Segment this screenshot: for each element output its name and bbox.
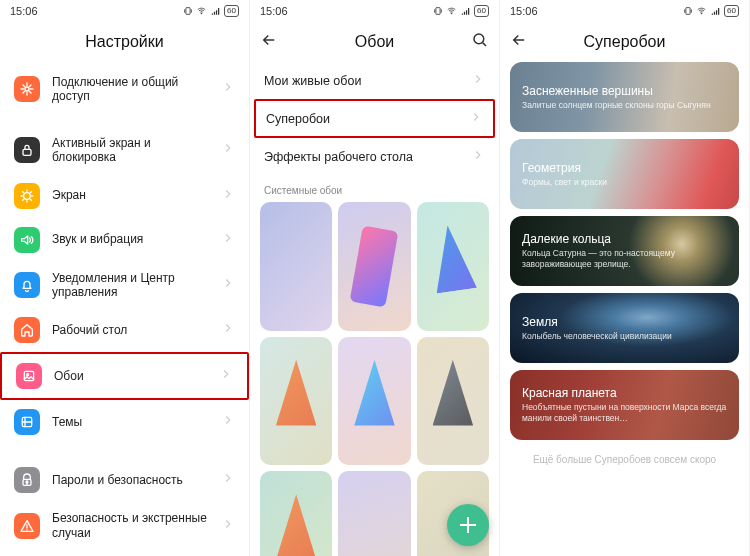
settings-item-lock[interactable]: Активный экран и блокировка bbox=[0, 127, 249, 174]
settings-item-label: Уведомления и Центр управления bbox=[52, 271, 209, 300]
more-soon-label: Ещё больше Суперобоев совсем скоро bbox=[500, 440, 749, 479]
wifi-icon bbox=[196, 6, 207, 16]
chevron-right-icon bbox=[469, 110, 483, 127]
wifi-icon bbox=[446, 6, 457, 16]
svg-point-4 bbox=[24, 192, 31, 199]
svg-point-12 bbox=[474, 34, 484, 44]
display-icon bbox=[14, 183, 40, 209]
connect-icon bbox=[14, 76, 40, 102]
vibrate-icon bbox=[433, 6, 443, 16]
settings-item-emergency[interactable]: Безопасность и экстренные случаи bbox=[0, 502, 249, 549]
superwallpaper-card[interactable]: Заснеженные вершиныЗалитые солнцем горны… bbox=[510, 62, 739, 132]
chevron-right-icon bbox=[219, 367, 233, 385]
card-subtitle: Кольца Сатурна — это по-настоящему завор… bbox=[522, 248, 727, 269]
signal-icon bbox=[210, 6, 221, 16]
wallpaper-category[interactable]: Мои живые обои bbox=[250, 62, 499, 99]
superwallpaper-card[interactable]: Далекие кольцаКольца Сатурна — это по-на… bbox=[510, 216, 739, 286]
svg-point-6 bbox=[27, 374, 29, 376]
wallpaper-thumb[interactable] bbox=[260, 471, 332, 556]
category-label: Суперобои bbox=[266, 112, 330, 126]
settings-item-label: Безопасность и экстренные случаи bbox=[52, 511, 209, 540]
status-time: 15:06 bbox=[510, 5, 538, 17]
settings-item-label: Обои bbox=[54, 369, 207, 383]
vibrate-icon bbox=[183, 6, 193, 16]
settings-item-connect[interactable]: Подключение и общий доступ bbox=[0, 66, 249, 113]
signal-icon bbox=[460, 6, 471, 16]
svg-rect-10 bbox=[436, 8, 440, 15]
status-bar: 15:06 60 bbox=[0, 0, 249, 22]
divider bbox=[0, 113, 249, 127]
svg-rect-0 bbox=[186, 8, 190, 15]
status-time: 15:06 bbox=[10, 5, 38, 17]
page-title: Настройки bbox=[85, 33, 163, 51]
arrow-left-icon bbox=[260, 31, 278, 49]
battery-icon: 60 bbox=[474, 5, 489, 17]
system-wallpapers-label: Системные обои bbox=[250, 175, 499, 202]
svg-point-2 bbox=[25, 87, 29, 91]
chevron-right-icon bbox=[221, 231, 235, 249]
settings-item-wallpaper[interactable]: Обои bbox=[0, 352, 249, 400]
chevron-right-icon bbox=[471, 72, 485, 89]
card-subtitle: Формы, свет и краски bbox=[522, 177, 727, 188]
sound-icon bbox=[14, 227, 40, 253]
wallpaper-thumb[interactable] bbox=[417, 337, 489, 466]
settings-item-label: Активный экран и блокировка bbox=[52, 136, 209, 165]
settings-list: Подключение и общий доступАктивный экран… bbox=[0, 62, 249, 553]
arrow-left-icon bbox=[510, 31, 528, 49]
settings-item-label: Подключение и общий доступ bbox=[52, 75, 209, 104]
chevron-right-icon bbox=[471, 148, 485, 165]
status-icons: 60 bbox=[683, 5, 739, 17]
settings-item-home[interactable]: Рабочий стол bbox=[0, 308, 249, 352]
card-subtitle: Залитые солнцем горные склоны горы Сыгун… bbox=[522, 100, 727, 111]
security-icon bbox=[14, 467, 40, 493]
settings-item-bell[interactable]: Уведомления и Центр управления bbox=[0, 262, 249, 309]
settings-screen: 15:06 60 Настройки Подключение и общий д… bbox=[0, 0, 250, 556]
signal-icon bbox=[710, 6, 721, 16]
back-button[interactable] bbox=[510, 31, 528, 53]
emergency-icon bbox=[14, 513, 40, 539]
status-bar: 15:06 60 bbox=[250, 0, 499, 22]
wallpaper-thumb[interactable] bbox=[260, 202, 332, 331]
status-icons: 60 bbox=[433, 5, 489, 17]
superwallpaper-card[interactable]: ЗемляКолыбель человеческой цивилизации bbox=[510, 293, 739, 363]
settings-item-security[interactable]: Пароли и безопасность bbox=[0, 458, 249, 502]
card-title: Красная планета bbox=[522, 386, 727, 400]
wallpaper-thumb[interactable] bbox=[338, 471, 410, 556]
card-subtitle: Колыбель человеческой цивилизации bbox=[522, 331, 727, 342]
superwallpapers-header: Суперобои bbox=[500, 22, 749, 62]
category-label: Эффекты рабочего стола bbox=[264, 150, 413, 164]
settings-item-label: Пароли и безопасность bbox=[52, 473, 209, 487]
wallpaper-category[interactable]: Эффекты рабочего стола bbox=[250, 138, 499, 175]
card-title: Заснеженные вершины bbox=[522, 84, 727, 98]
svg-point-14 bbox=[701, 13, 702, 14]
back-button[interactable] bbox=[260, 31, 278, 53]
bell-icon bbox=[14, 272, 40, 298]
category-label: Мои живые обои bbox=[264, 74, 361, 88]
wallpaper-thumb[interactable] bbox=[338, 202, 410, 331]
wallpaper-category[interactable]: Суперобои bbox=[254, 99, 495, 138]
svg-rect-3 bbox=[23, 150, 31, 156]
wallpaper-thumb[interactable] bbox=[260, 337, 332, 466]
superwallpaper-card[interactable]: ГеометрияФормы, свет и краски bbox=[510, 139, 739, 209]
search-button[interactable] bbox=[471, 31, 489, 53]
wifi-icon bbox=[696, 6, 707, 16]
settings-item-display[interactable]: Экран bbox=[0, 174, 249, 218]
card-title: Геометрия bbox=[522, 161, 727, 175]
settings-item-sound[interactable]: Звук и вибрация bbox=[0, 218, 249, 262]
settings-item-label: Звук и вибрация bbox=[52, 232, 209, 246]
add-fab[interactable] bbox=[447, 504, 489, 546]
chevron-right-icon bbox=[221, 276, 235, 294]
wallpaper-thumb[interactable] bbox=[338, 337, 410, 466]
settings-item-themes[interactable]: Темы bbox=[0, 400, 249, 444]
chevron-right-icon bbox=[221, 517, 235, 535]
themes-icon bbox=[14, 409, 40, 435]
divider bbox=[0, 444, 249, 458]
superwallpaper-card[interactable]: Красная планетаНеобъятные пустыни на пов… bbox=[510, 370, 739, 440]
chevron-right-icon bbox=[221, 321, 235, 339]
wallpaper-thumb[interactable] bbox=[417, 202, 489, 331]
superwallpaper-list: Заснеженные вершиныЗалитые солнцем горны… bbox=[500, 62, 749, 440]
status-icons: 60 bbox=[183, 5, 239, 17]
svg-rect-13 bbox=[686, 8, 690, 15]
battery-icon: 60 bbox=[224, 5, 239, 17]
lock-icon bbox=[14, 137, 40, 163]
